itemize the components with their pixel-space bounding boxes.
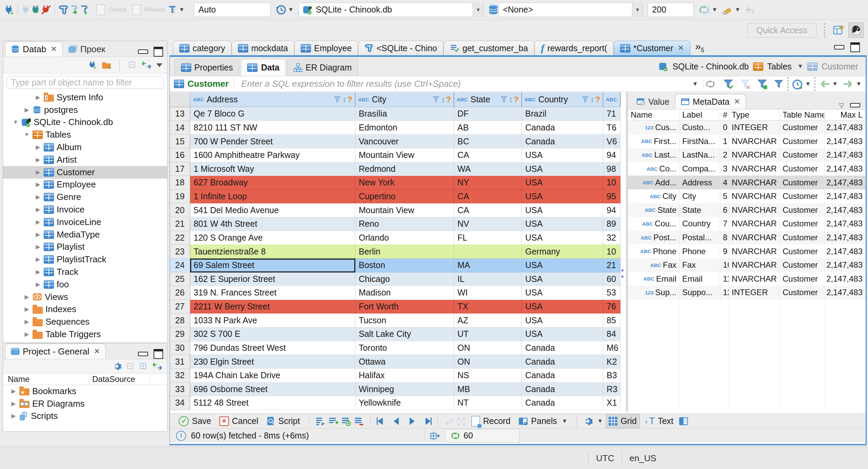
- tree-expand-arrow[interactable]: ▶: [34, 156, 42, 163]
- grid-cell[interactable]: Boston: [355, 259, 454, 272]
- row-number[interactable]: 28: [170, 313, 190, 327]
- active-schema-combo[interactable]: <None> ▼: [498, 3, 643, 17]
- grid-cell[interactable]: T6: [603, 121, 620, 135]
- meta-column-header-max-l[interactable]: Max L: [825, 110, 866, 120]
- metadata-row[interactable]: 123Cus...Custo...0INTEGERCustomer2,147,4…: [628, 121, 866, 135]
- grid-cell[interactable]: USA: [522, 286, 603, 300]
- meta-column-header-table-name[interactable]: Table Name: [780, 110, 825, 120]
- sidebar-item-playlisttrack[interactable]: ▶PlaylistTrack: [3, 253, 167, 266]
- transaction-mode-icon[interactable]: [167, 5, 177, 15]
- grid-cell[interactable]: CA: [454, 148, 522, 162]
- gear-dropdown[interactable]: ▼: [597, 418, 603, 425]
- column-header-name[interactable]: Name: [3, 374, 90, 384]
- grid-cell[interactable]: Winnipeg: [355, 383, 454, 396]
- grid-cell[interactable]: Mountain View: [355, 148, 454, 162]
- metadata-row[interactable]: ABCFaxFax10NVARCHARCustomer2,147,483: [628, 258, 866, 272]
- row-number[interactable]: 15: [170, 135, 190, 148]
- project-item-bookmarks[interactable]: ▶★Bookmarks: [3, 385, 167, 397]
- row-number[interactable]: 34: [170, 396, 190, 410]
- grid-cell[interactable]: V6: [603, 135, 620, 148]
- transaction-mode-dropdown[interactable]: ▼: [179, 6, 184, 13]
- row-number[interactable]: 14: [170, 121, 190, 135]
- grid-cell[interactable]: 71: [603, 107, 620, 121]
- grid-cell[interactable]: BC: [454, 135, 522, 148]
- sidebar-item-genre[interactable]: ▶Genre: [3, 191, 167, 203]
- grid-cell[interactable]: CA: [454, 203, 522, 217]
- fetch-next-icon[interactable]: [843, 80, 854, 88]
- sidebar-item-customer[interactable]: ▶Customer: [3, 166, 167, 179]
- column-filter-icon[interactable]: [500, 96, 508, 103]
- tree-expand-arrow[interactable]: ▶: [23, 331, 31, 338]
- grid-cell[interactable]: Tucson: [355, 313, 454, 327]
- editor-tab-employee[interactable]: Employee: [294, 41, 358, 55]
- rollback-button[interactable]: Rollback: [130, 3, 167, 17]
- grid-cell[interactable]: 53: [603, 286, 620, 300]
- row-number[interactable]: 21: [170, 217, 190, 231]
- tree-expand-arrow[interactable]: ▶: [23, 318, 31, 325]
- sidebar-item-foo[interactable]: ▶foo: [3, 278, 167, 291]
- panels-dropdown[interactable]: ▼: [562, 418, 568, 425]
- reconnect-icon[interactable]: [31, 5, 41, 15]
- grid-cell[interactable]: Edmonton: [355, 121, 454, 135]
- sidebar-item-views[interactable]: ▶Views: [3, 291, 167, 303]
- script-button[interactable]: Script: [264, 414, 303, 428]
- sidebar-item-invoice[interactable]: ▶Invoice: [3, 203, 167, 216]
- tree-expand-arrow[interactable]: ▶: [34, 268, 42, 276]
- save-filter-icon[interactable]: [757, 79, 768, 89]
- schema-combo-arrow[interactable]: ▼: [632, 3, 643, 16]
- grid-cell[interactable]: X1: [603, 396, 620, 410]
- grid-cell[interactable]: NT: [454, 396, 522, 410]
- meta-column-header-type[interactable]: Type: [729, 110, 780, 120]
- sidebar-item-tables[interactable]: ▼Tables: [3, 128, 167, 141]
- meta-column-header-name[interactable]: Name: [628, 110, 679, 120]
- grid-cell[interactable]: AB: [454, 121, 522, 135]
- project-item-er-diagrams[interactable]: ▶ER Diagrams: [3, 397, 167, 410]
- grid-cell[interactable]: FL: [454, 231, 522, 245]
- custom-filter-icon[interactable]: [774, 79, 784, 89]
- grid-cell[interactable]: 162 E Superior Street: [190, 272, 355, 286]
- tree-expand-arrow[interactable]: ▶: [34, 219, 42, 226]
- grid-cell[interactable]: USA: [522, 217, 603, 231]
- grid-cell[interactable]: Canada: [522, 383, 603, 396]
- row-number[interactable]: 32: [170, 369, 190, 383]
- column-filter-icon[interactable]: [433, 96, 440, 103]
- text-mode-button[interactable]: ‹T Text: [643, 414, 676, 428]
- metadata-row[interactable]: ABCAdd...Address4NVARCHARCustomer2,147,4…: [628, 176, 866, 189]
- grid-cell[interactable]: 32: [603, 231, 620, 245]
- meta-column-header-label[interactable]: Label: [679, 110, 720, 120]
- view-menu-icon[interactable]: ▽: [839, 101, 844, 109]
- refresh-icon[interactable]: [705, 79, 715, 89]
- grid-cell[interactable]: CA: [454, 190, 522, 204]
- sidebar-item-invoiceline[interactable]: ▶InvoiceLine: [3, 216, 167, 228]
- sidebar-item-table-triggers[interactable]: ▶Table Triggers: [3, 328, 167, 341]
- row-number[interactable]: 20: [170, 203, 190, 217]
- highlighter-icon[interactable]: [722, 4, 733, 15]
- metadata-row[interactable]: 123Sup...Suppo...12INTEGERCustomer2,147,…: [628, 286, 866, 300]
- auto-refresh-dropdown[interactable]: ▼: [712, 6, 717, 13]
- row-number[interactable]: 19: [170, 190, 190, 204]
- row-number[interactable]: 27: [170, 300, 190, 314]
- grid-cell[interactable]: USA: [522, 231, 603, 245]
- sidebar-item-track[interactable]: ▶Track: [3, 266, 167, 278]
- metadata-row[interactable]: ABCLast...LastNa...2NVARCHARCustomer2,14…: [628, 148, 866, 162]
- editor-tab-rewards-report-[interactable]: frewards_report(: [534, 41, 613, 55]
- close-icon[interactable]: ✕: [678, 44, 684, 53]
- disconnect-icon[interactable]: [41, 5, 51, 15]
- metadata-row[interactable]: ABCFirst...FirstNa...1NVARCHARCustomer2,…: [628, 135, 866, 148]
- tree-expand-arrow[interactable]: ▶: [23, 106, 31, 114]
- sidebar-item-data-types[interactable]: ▶Data Types: [3, 341, 167, 342]
- grid-cell[interactable]: USA: [522, 259, 603, 272]
- grid-cell[interactable]: Berlin: [355, 245, 454, 259]
- delete-row-icon[interactable]: [354, 416, 364, 426]
- grid-cell[interactable]: Brazil: [522, 107, 603, 121]
- grid-cell[interactable]: UT: [454, 327, 522, 341]
- grid-cell[interactable]: ON: [454, 355, 522, 369]
- sidebar-item-system-info[interactable]: ▶iSystem Info: [3, 91, 167, 104]
- grid-cell[interactable]: Ottawa: [355, 355, 454, 369]
- grid-cell[interactable]: WI: [454, 286, 522, 300]
- minimize-icon[interactable]: [834, 45, 844, 49]
- quick-access-box[interactable]: Quick Access: [747, 23, 816, 38]
- tree-expand-arrow[interactable]: ▶: [10, 400, 17, 407]
- tab-metadata[interactable]: MetaData ✕: [675, 94, 746, 109]
- grid-cell[interactable]: WA: [454, 162, 522, 176]
